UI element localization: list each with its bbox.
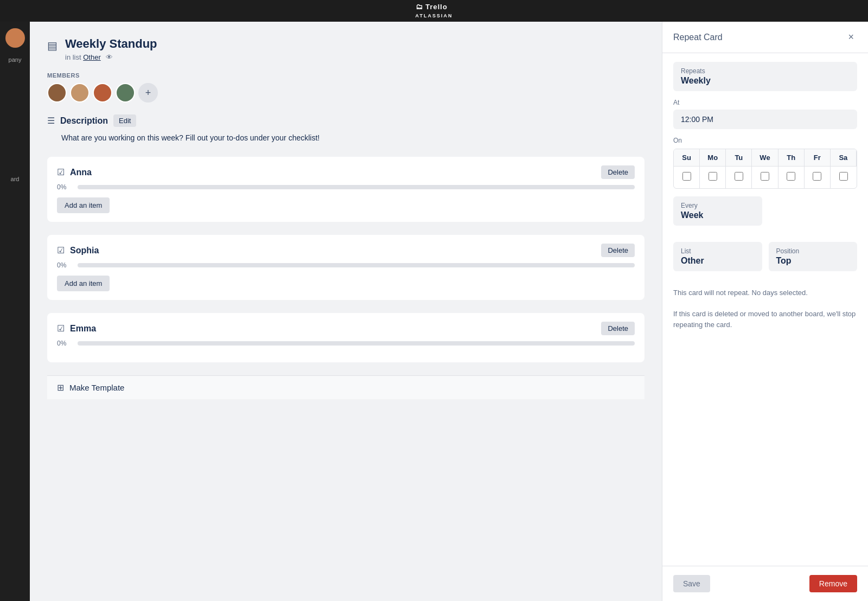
day-cell-tu[interactable] — [726, 166, 752, 188]
avatar — [5, 28, 25, 48]
repeat-panel-title: Repeat Card — [673, 33, 723, 42]
top-bar: 🗂 TrelloATLASSIAN — [0, 0, 868, 22]
trello-logo: 🗂 TrelloATLASSIAN — [416, 3, 453, 19]
checkbox-th[interactable] — [787, 172, 795, 181]
on-label: On — [673, 137, 857, 144]
member-avatar-3[interactable] — [93, 83, 112, 103]
day-header-tu: Tu — [726, 149, 752, 166]
members-label: MEMBERS — [47, 72, 644, 79]
day-cell-sa[interactable] — [831, 166, 857, 188]
member-avatar-2[interactable] — [70, 83, 90, 103]
repeat-panel: Repeat Card × Repeats Weekly At On Su Mo… — [662, 22, 868, 601]
delete-sophia-button[interactable]: Delete — [601, 244, 635, 257]
list-link[interactable]: Other — [83, 53, 101, 61]
day-header-we: We — [752, 149, 778, 166]
sidebar: pany ard — [0, 22, 30, 601]
checkbox-mo[interactable] — [709, 172, 717, 181]
every-section: Every Week — [673, 196, 857, 233]
progress-bar-sophia — [78, 263, 635, 267]
list-value: Other — [681, 256, 755, 266]
position-value: Top — [776, 256, 850, 266]
checkbox-fr[interactable] — [813, 172, 821, 181]
day-cell-fr[interactable] — [805, 166, 831, 188]
checklist-anna: ☑ Anna Delete 0% Add an item — [47, 157, 644, 222]
position-label: Position — [776, 247, 850, 255]
checklist-icon: ☑ — [57, 167, 65, 177]
progress-row-anna: 0% — [57, 183, 635, 191]
repeats-value: Weekly — [681, 76, 850, 86]
progress-row-sophia: 0% — [57, 261, 635, 269]
day-header-sa: Sa — [831, 149, 857, 166]
sidebar-board-label: ard — [0, 174, 30, 184]
watch-icon[interactable]: 👁 — [106, 53, 113, 61]
in-list-label: in list — [65, 53, 83, 61]
day-header-su: Su — [674, 149, 700, 166]
checklist-emma-title-row: ☑ Emma — [57, 323, 96, 334]
member-avatar-1[interactable] — [47, 83, 67, 103]
day-header-fr: Fr — [805, 149, 831, 166]
card-content: ▤ Weekly Standup in list Other 👁 MEMBERS… — [30, 22, 662, 601]
add-member-button[interactable]: + — [138, 83, 158, 103]
checklist-sophia: ☑ Sophia Delete 0% Add an item — [47, 235, 644, 300]
make-template-icon: ⊞ — [57, 382, 64, 393]
checklist-emma: ☑ Emma Delete 0% — [47, 313, 644, 362]
position-field[interactable]: Position Top — [769, 242, 858, 271]
members-section: MEMBERS + — [47, 72, 644, 103]
checklist-title-row: ☑ Anna — [57, 167, 92, 177]
day-header-th: Th — [778, 149, 805, 166]
checklist-sophia-icon: ☑ — [57, 245, 65, 255]
checklist-sophia-header: ☑ Sophia Delete — [57, 244, 635, 257]
repeat-info: This card will not repeat. No days selec… — [673, 287, 857, 330]
day-cell-we[interactable] — [752, 166, 778, 188]
every-field[interactable]: Every Week — [673, 196, 762, 226]
edit-description-button[interactable]: Edit — [113, 114, 136, 127]
delete-anna-button[interactable]: Delete — [601, 165, 635, 179]
repeat-info-text2: If this card is deleted or moved to anot… — [673, 309, 857, 330]
repeats-field[interactable]: Repeats Weekly — [673, 62, 857, 91]
every-label: Every — [681, 202, 755, 209]
delete-emma-button[interactable]: Delete — [601, 322, 635, 335]
card-header: ▤ Weekly Standup in list Other 👁 — [47, 37, 644, 61]
day-header-mo: Mo — [700, 149, 726, 166]
repeats-label: Repeats — [681, 67, 850, 75]
progress-bar-emma — [78, 341, 635, 346]
progress-label-sophia: 0% — [57, 261, 72, 269]
description-text: What are you working on this week? Fill … — [61, 132, 644, 144]
progress-label-anna: 0% — [57, 183, 72, 191]
checklist-sophia-name: Sophia — [70, 246, 99, 255]
day-cell-mo[interactable] — [700, 166, 726, 188]
checklist-emma-icon: ☑ — [57, 323, 65, 334]
description-icon: ☰ — [47, 116, 55, 126]
time-input[interactable] — [673, 110, 857, 129]
make-template-label[interactable]: Make Template — [69, 383, 124, 392]
remove-button[interactable]: Remove — [809, 575, 857, 592]
checkbox-we[interactable] — [761, 172, 769, 181]
description-section: ☰ Description Edit What are you working … — [47, 114, 644, 144]
list-label: List — [681, 247, 755, 255]
checklist-anna-name: Anna — [70, 168, 92, 177]
member-avatar-4[interactable] — [116, 83, 135, 103]
day-cell-su[interactable] — [674, 166, 700, 188]
checkbox-su[interactable] — [682, 172, 691, 181]
add-item-anna-button[interactable]: Add an item — [57, 197, 110, 213]
checklist-anna-header: ☑ Anna Delete — [57, 165, 635, 179]
save-button[interactable]: Save — [673, 575, 710, 592]
progress-bar-anna — [78, 185, 635, 189]
day-cell-th[interactable] — [778, 166, 805, 188]
checkbox-tu[interactable] — [735, 172, 743, 181]
members-row: + — [47, 83, 644, 103]
close-repeat-panel-button[interactable]: × — [845, 30, 857, 44]
list-field[interactable]: List Other — [673, 242, 762, 271]
card-modal: ▤ Weekly Standup in list Other 👁 MEMBERS… — [30, 22, 868, 601]
add-item-sophia-button[interactable]: Add an item — [57, 276, 110, 291]
sidebar-nav-label: pany — [0, 54, 30, 65]
checklist-emma-name: Emma — [70, 324, 96, 334]
checkbox-sa[interactable] — [839, 172, 848, 181]
repeat-panel-body: Repeats Weekly At On Su Mo Tu We Th Fr S… — [662, 53, 868, 566]
repeat-panel-header: Repeat Card × — [662, 22, 868, 53]
description-header: ☰ Description Edit — [47, 114, 644, 127]
card-type-icon: ▤ — [47, 39, 58, 52]
at-label: At — [673, 99, 857, 106]
days-grid: Su Mo Tu We Th Fr Sa — [673, 149, 857, 189]
description-title: Description — [60, 116, 108, 126]
